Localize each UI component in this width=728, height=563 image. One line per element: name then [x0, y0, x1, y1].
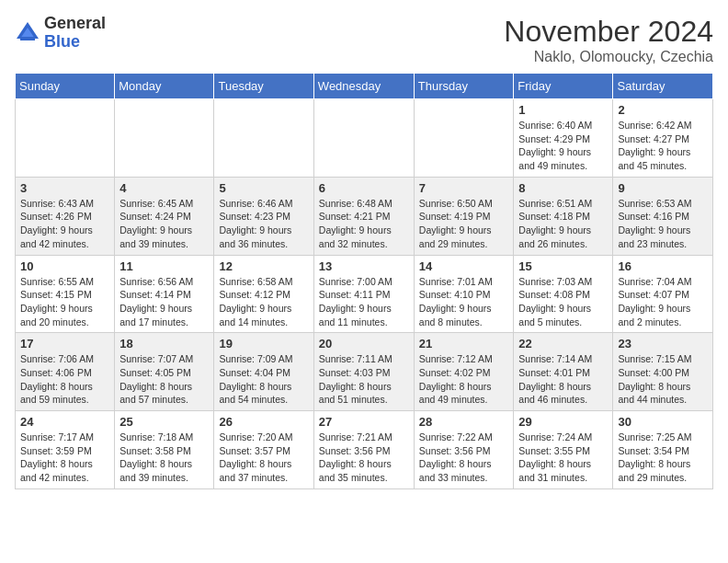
table-row: 12Sunrise: 6:58 AM Sunset: 4:12 PM Dayli… — [214, 255, 313, 333]
table-row: 2Sunrise: 6:42 AM Sunset: 4:27 PM Daylig… — [613, 99, 713, 178]
day-number: 14 — [419, 259, 509, 273]
calendar-week-row: 17Sunrise: 7:06 AM Sunset: 4:06 PM Dayli… — [16, 333, 713, 411]
day-number: 12 — [219, 259, 308, 273]
day-number: 18 — [119, 337, 209, 350]
table-row: 14Sunrise: 7:01 AM Sunset: 4:10 PM Dayli… — [414, 255, 514, 333]
day-number: 4 — [119, 181, 209, 195]
day-detail: Sunrise: 6:53 AM Sunset: 4:16 PM Dayligh… — [618, 197, 708, 251]
table-row: 4Sunrise: 6:45 AM Sunset: 4:24 PM Daylig… — [115, 177, 214, 255]
day-number: 3 — [20, 181, 109, 195]
calendar-table: Sunday Monday Tuesday Wednesday Thursday… — [15, 73, 713, 489]
col-friday: Friday — [514, 74, 613, 99]
day-number: 9 — [618, 181, 708, 195]
day-number: 20 — [319, 337, 409, 350]
day-number: 5 — [219, 181, 308, 195]
day-number: 16 — [618, 259, 708, 273]
table-row: 15Sunrise: 7:03 AM Sunset: 4:08 PM Dayli… — [514, 255, 613, 333]
day-detail: Sunrise: 6:45 AM Sunset: 4:24 PM Dayligh… — [119, 197, 209, 251]
calendar-header-row: Sunday Monday Tuesday Wednesday Thursday… — [16, 74, 713, 99]
day-number: 10 — [20, 259, 109, 273]
table-row: 11Sunrise: 6:56 AM Sunset: 4:14 PM Dayli… — [115, 255, 214, 333]
table-row: 16Sunrise: 7:04 AM Sunset: 4:07 PM Dayli… — [613, 255, 713, 333]
day-number: 11 — [119, 259, 209, 273]
table-row — [414, 99, 514, 178]
day-number: 19 — [219, 337, 308, 350]
table-row — [115, 99, 214, 178]
day-number: 22 — [518, 337, 608, 350]
day-number: 21 — [419, 337, 509, 350]
day-detail: Sunrise: 6:40 AM Sunset: 4:29 PM Dayligh… — [518, 119, 608, 173]
col-sunday: Sunday — [16, 74, 115, 99]
day-number: 13 — [319, 259, 409, 273]
day-detail: Sunrise: 6:50 AM Sunset: 4:19 PM Dayligh… — [419, 197, 509, 251]
day-number: 26 — [219, 415, 308, 429]
logo-blue: Blue — [44, 32, 80, 51]
day-detail: Sunrise: 7:11 AM Sunset: 4:03 PM Dayligh… — [319, 352, 409, 407]
page-header: General Blue November 2024 Naklo, Olomou… — [15, 15, 713, 65]
calendar-week-row: 3Sunrise: 6:43 AM Sunset: 4:26 PM Daylig… — [16, 177, 713, 255]
day-detail: Sunrise: 7:06 AM Sunset: 4:06 PM Dayligh… — [20, 352, 109, 407]
day-detail: Sunrise: 7:01 AM Sunset: 4:10 PM Dayligh… — [419, 275, 509, 329]
col-thursday: Thursday — [414, 74, 514, 99]
table-row: 3Sunrise: 6:43 AM Sunset: 4:26 PM Daylig… — [16, 177, 115, 255]
day-number: 25 — [119, 415, 209, 429]
day-detail: Sunrise: 7:03 AM Sunset: 4:08 PM Dayligh… — [518, 275, 608, 329]
day-detail: Sunrise: 7:18 AM Sunset: 3:58 PM Dayligh… — [119, 431, 209, 485]
day-number: 2 — [618, 103, 708, 117]
day-number: 30 — [618, 415, 708, 429]
table-row: 5Sunrise: 6:46 AM Sunset: 4:23 PM Daylig… — [214, 177, 313, 255]
day-detail: Sunrise: 7:14 AM Sunset: 4:01 PM Dayligh… — [518, 352, 608, 407]
day-detail: Sunrise: 7:20 AM Sunset: 3:57 PM Dayligh… — [219, 431, 308, 485]
day-detail: Sunrise: 7:22 AM Sunset: 3:56 PM Dayligh… — [419, 431, 509, 485]
table-row — [313, 99, 414, 178]
table-row: 8Sunrise: 6:51 AM Sunset: 4:18 PM Daylig… — [514, 177, 613, 255]
day-detail: Sunrise: 7:25 AM Sunset: 3:54 PM Dayligh… — [618, 431, 708, 485]
calendar-week-row: 24Sunrise: 7:17 AM Sunset: 3:59 PM Dayli… — [16, 411, 713, 489]
day-number: 28 — [419, 415, 509, 429]
day-detail: Sunrise: 7:04 AM Sunset: 4:07 PM Dayligh… — [618, 275, 708, 329]
logo: General Blue — [15, 15, 106, 52]
logo-text: General Blue — [44, 15, 106, 52]
day-detail: Sunrise: 6:58 AM Sunset: 4:12 PM Dayligh… — [219, 275, 308, 329]
table-row: 7Sunrise: 6:50 AM Sunset: 4:19 PM Daylig… — [414, 177, 514, 255]
table-row: 28Sunrise: 7:22 AM Sunset: 3:56 PM Dayli… — [414, 411, 514, 489]
table-row: 30Sunrise: 7:25 AM Sunset: 3:54 PM Dayli… — [613, 411, 713, 489]
day-number: 29 — [518, 415, 608, 429]
day-number: 7 — [419, 181, 509, 195]
table-row: 24Sunrise: 7:17 AM Sunset: 3:59 PM Dayli… — [16, 411, 115, 489]
col-saturday: Saturday — [613, 74, 713, 99]
day-number: 27 — [319, 415, 409, 429]
table-row: 21Sunrise: 7:12 AM Sunset: 4:02 PM Dayli… — [414, 333, 514, 411]
day-detail: Sunrise: 7:00 AM Sunset: 4:11 PM Dayligh… — [319, 275, 409, 329]
logo-icon — [15, 20, 40, 46]
table-row — [16, 99, 115, 178]
day-number: 15 — [518, 259, 608, 273]
title-area: November 2024 Naklo, Olomoucky, Czechia — [504, 15, 713, 65]
day-number: 17 — [20, 337, 109, 350]
month-title: November 2024 — [504, 15, 713, 49]
day-number: 8 — [518, 181, 608, 195]
table-row: 29Sunrise: 7:24 AM Sunset: 3:55 PM Dayli… — [514, 411, 613, 489]
calendar-week-row: 1Sunrise: 6:40 AM Sunset: 4:29 PM Daylig… — [16, 99, 713, 178]
table-row: 23Sunrise: 7:15 AM Sunset: 4:00 PM Dayli… — [613, 333, 713, 411]
calendar-week-row: 10Sunrise: 6:55 AM Sunset: 4:15 PM Dayli… — [16, 255, 713, 333]
table-row: 1Sunrise: 6:40 AM Sunset: 4:29 PM Daylig… — [514, 99, 613, 178]
logo-general: General — [44, 14, 106, 32]
day-detail: Sunrise: 6:42 AM Sunset: 4:27 PM Dayligh… — [618, 119, 708, 173]
table-row: 19Sunrise: 7:09 AM Sunset: 4:04 PM Dayli… — [214, 333, 313, 411]
day-detail: Sunrise: 6:55 AM Sunset: 4:15 PM Dayligh… — [20, 275, 109, 329]
day-detail: Sunrise: 7:07 AM Sunset: 4:05 PM Dayligh… — [119, 352, 209, 407]
table-row: 18Sunrise: 7:07 AM Sunset: 4:05 PM Dayli… — [115, 333, 214, 411]
day-number: 6 — [319, 181, 409, 195]
table-row: 13Sunrise: 7:00 AM Sunset: 4:11 PM Dayli… — [313, 255, 414, 333]
day-detail: Sunrise: 7:24 AM Sunset: 3:55 PM Dayligh… — [518, 431, 608, 485]
col-monday: Monday — [115, 74, 214, 99]
day-detail: Sunrise: 6:46 AM Sunset: 4:23 PM Dayligh… — [219, 197, 308, 251]
day-detail: Sunrise: 7:12 AM Sunset: 4:02 PM Dayligh… — [419, 352, 509, 407]
location-subtitle: Naklo, Olomoucky, Czechia — [504, 49, 713, 65]
day-number: 24 — [20, 415, 109, 429]
day-number: 23 — [618, 337, 708, 350]
col-wednesday: Wednesday — [313, 74, 414, 99]
day-detail: Sunrise: 7:15 AM Sunset: 4:00 PM Dayligh… — [618, 352, 708, 407]
day-detail: Sunrise: 6:56 AM Sunset: 4:14 PM Dayligh… — [119, 275, 209, 329]
